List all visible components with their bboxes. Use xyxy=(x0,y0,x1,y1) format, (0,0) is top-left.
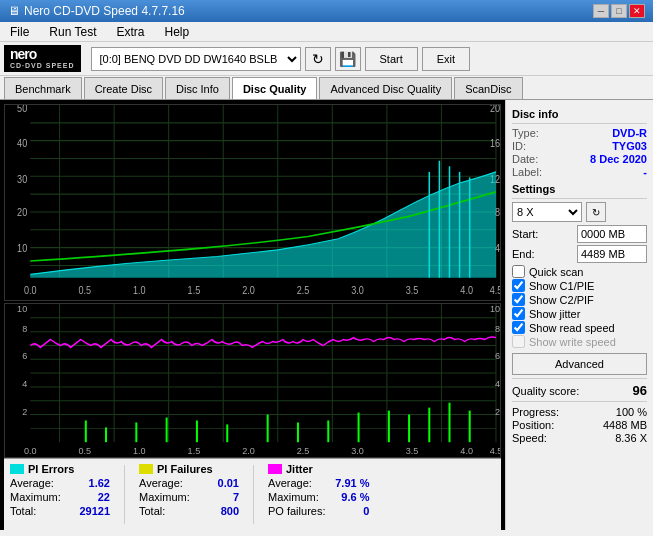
svg-text:2.5: 2.5 xyxy=(297,285,310,297)
menu-file[interactable]: File xyxy=(4,23,35,41)
position-row: Position: 4488 MB xyxy=(512,419,647,431)
maximize-button[interactable]: □ xyxy=(611,4,627,18)
stats-bar: PI Errors Average: 1.62 Maximum: 22 Tota… xyxy=(4,458,501,530)
chart-upper-svg: 50 40 30 20 10 20 16 12 8 4 xyxy=(5,105,500,300)
menu-bar: File Run Test Extra Help xyxy=(0,22,653,42)
app-icon: 🖥 xyxy=(8,4,20,18)
svg-text:2.0: 2.0 xyxy=(242,285,255,297)
title-bar-buttons[interactable]: ─ □ ✕ xyxy=(593,4,645,18)
pi-errors-stats: PI Errors Average: 1.62 Maximum: 22 Tota… xyxy=(10,463,110,526)
quality-score-label: Quality score: xyxy=(512,385,579,397)
speed-select[interactable]: 8 X xyxy=(512,202,582,222)
pi-errors-color-box xyxy=(10,464,24,474)
exit-button[interactable]: Exit xyxy=(422,47,470,71)
save-icon[interactable]: 💾 xyxy=(335,47,361,71)
pi-failures-total-row: Total: 800 xyxy=(139,505,239,517)
progress-row: Progress: 100 % xyxy=(512,406,647,418)
disc-info-divider xyxy=(512,123,647,124)
pi-failures-total-value: 800 xyxy=(199,505,239,517)
chart-area: 50 40 30 20 10 20 16 12 8 4 xyxy=(0,100,505,530)
refresh-icon[interactable]: ↻ xyxy=(305,47,331,71)
tab-scan-disc[interactable]: ScanDisc xyxy=(454,77,522,99)
chart-lower-svg: 10 8 6 4 2 10 8 6 4 2 xyxy=(5,304,500,457)
svg-text:1.5: 1.5 xyxy=(188,285,201,297)
tab-disc-quality[interactable]: Disc Quality xyxy=(232,77,318,99)
end-input[interactable] xyxy=(577,245,647,263)
svg-text:10: 10 xyxy=(17,243,27,255)
svg-text:20: 20 xyxy=(17,207,27,219)
tab-advanced-disc-quality[interactable]: Advanced Disc Quality xyxy=(319,77,452,99)
show-jitter-checkbox[interactable] xyxy=(512,307,525,320)
show-c1pie-checkbox[interactable] xyxy=(512,279,525,292)
disc-label-row: Label: - xyxy=(512,166,647,178)
show-c2pif-row: Show C2/PIF xyxy=(512,293,647,306)
quick-scan-checkbox[interactable] xyxy=(512,265,525,278)
svg-text:0.0: 0.0 xyxy=(24,446,37,456)
jitter-label: Jitter xyxy=(268,463,369,475)
advanced-button[interactable]: Advanced xyxy=(512,353,647,375)
main-content: 50 40 30 20 10 20 16 12 8 4 xyxy=(0,100,653,530)
svg-text:1.5: 1.5 xyxy=(188,446,201,456)
jitter-stats: Jitter Average: 7.91 % Maximum: 9.6 % PO… xyxy=(268,463,369,526)
app-title: Nero CD-DVD Speed 4.7.7.16 xyxy=(24,4,185,18)
svg-text:8: 8 xyxy=(495,324,500,334)
svg-text:2: 2 xyxy=(22,407,27,417)
svg-text:10: 10 xyxy=(490,304,500,314)
id-label: ID: xyxy=(512,140,526,152)
id-value: TYG03 xyxy=(612,140,647,152)
show-read-speed-row: Show read speed xyxy=(512,321,647,334)
progress-label: Progress: xyxy=(512,406,559,418)
pi-errors-max-row: Maximum: 22 xyxy=(10,491,110,503)
svg-text:50: 50 xyxy=(17,105,27,114)
svg-text:1.0: 1.0 xyxy=(133,285,146,297)
start-button[interactable]: Start xyxy=(365,47,418,71)
svg-text:2: 2 xyxy=(495,407,500,417)
svg-text:16: 16 xyxy=(490,138,500,150)
jitter-avg-row: Average: 7.91 % xyxy=(268,477,369,489)
progress-section: Progress: 100 % Position: 4488 MB Speed:… xyxy=(512,406,647,444)
start-label: Start: xyxy=(512,228,538,240)
minimize-button[interactable]: ─ xyxy=(593,4,609,18)
svg-text:2.0: 2.0 xyxy=(242,446,255,456)
speed-label: Speed: xyxy=(512,432,547,444)
nero-logo: nero CD·DVD SPEED xyxy=(4,45,81,72)
tab-disc-info[interactable]: Disc Info xyxy=(165,77,230,99)
svg-text:10: 10 xyxy=(17,304,27,314)
show-write-speed-checkbox[interactable] xyxy=(512,335,525,348)
id-row: ID: TYG03 xyxy=(512,140,647,152)
toolbar: nero CD·DVD SPEED [0:0] BENQ DVD DD DW16… xyxy=(0,42,653,76)
drive-select[interactable]: [0:0] BENQ DVD DD DW1640 BSLB xyxy=(91,47,301,71)
svg-text:4: 4 xyxy=(495,379,500,389)
start-input[interactable] xyxy=(577,225,647,243)
svg-text:3.0: 3.0 xyxy=(351,446,364,456)
pi-errors-max-value: 22 xyxy=(70,491,110,503)
svg-text:4.0: 4.0 xyxy=(460,285,473,297)
date-value: 8 Dec 2020 xyxy=(590,153,647,165)
type-row: Type: DVD-R xyxy=(512,127,647,139)
show-write-speed-row: Show write speed xyxy=(512,335,647,348)
tab-benchmark[interactable]: Benchmark xyxy=(4,77,82,99)
tab-create-disc[interactable]: Create Disc xyxy=(84,77,163,99)
menu-help[interactable]: Help xyxy=(159,23,196,41)
show-read-speed-checkbox[interactable] xyxy=(512,321,525,334)
close-button[interactable]: ✕ xyxy=(629,4,645,18)
menu-extra[interactable]: Extra xyxy=(110,23,150,41)
disc-info-title: Disc info xyxy=(512,108,647,120)
settings-title: Settings xyxy=(512,183,647,195)
svg-text:0.5: 0.5 xyxy=(79,446,92,456)
speed-row: Speed: 8.36 X xyxy=(512,432,647,444)
show-c1pie-row: Show C1/PIE xyxy=(512,279,647,292)
svg-text:1.0: 1.0 xyxy=(133,446,146,456)
pi-failures-max-value: 7 xyxy=(199,491,239,503)
svg-text:6: 6 xyxy=(495,351,500,361)
settings-refresh-icon[interactable]: ↻ xyxy=(586,202,606,222)
speed-row: 8 X ↻ xyxy=(512,202,647,222)
pi-errors-label: PI Errors xyxy=(10,463,110,475)
end-row: End: xyxy=(512,245,647,263)
show-c2pif-checkbox[interactable] xyxy=(512,293,525,306)
svg-text:4: 4 xyxy=(22,379,27,389)
tabs: Benchmark Create Disc Disc Info Disc Qua… xyxy=(0,76,653,100)
title-bar: 🖥 Nero CD-DVD Speed 4.7.7.16 ─ □ ✕ xyxy=(0,0,653,22)
jitter-avg-value: 7.91 % xyxy=(329,477,369,489)
menu-run-test[interactable]: Run Test xyxy=(43,23,102,41)
